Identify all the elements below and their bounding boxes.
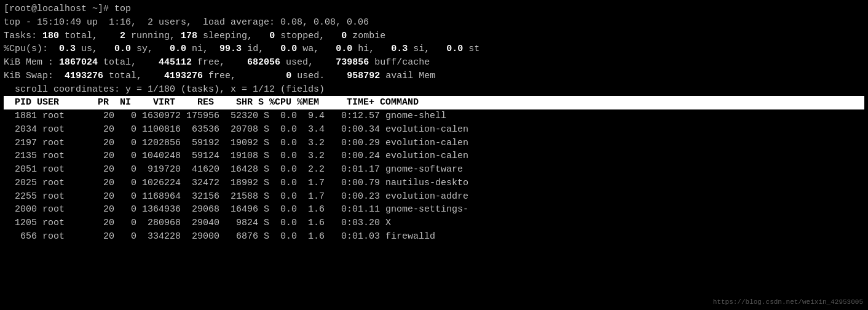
table-row: 2000 root 20 0 1364936 29068 16496 S 0.0… — [4, 203, 864, 217]
cpu-ni: 0.0 — [170, 44, 186, 54]
scroll-line: scroll coordinates: y = 1/180 (tasks), x… — [4, 83, 864, 97]
process-table: 1881 root 20 0 1630972 175956 52320 S 0.… — [4, 109, 864, 244]
watermark: https://blog.csdn.net/weixin_42953005 — [713, 298, 863, 308]
table-row: 2197 root 20 0 1202856 59192 19092 S 0.0… — [4, 137, 864, 150]
cpu-si: 0.3 — [391, 44, 408, 54]
swap-line: KiB Swap: 4193276 total, 4193276 free, 0… — [4, 70, 864, 83]
tasks-sleeping: 178 — [181, 31, 197, 41]
tasks-line: Tasks: 180 total, 2 running, 178 sleepin… — [4, 30, 864, 43]
top-time-line: top - 15:10:49 up 1:16, 2 users, load av… — [4, 16, 864, 30]
mem-buff: 739856 — [336, 57, 369, 68]
swap-used: 0 — [286, 71, 291, 81]
table-header: PID USER PR NI VIRT RES SHR S %CPU %MEM … — [4, 96, 864, 109]
table-row: 1881 root 20 0 1630972 175956 52320 S 0.… — [4, 109, 864, 123]
table-row: 1205 root 20 0 280968 29040 9824 S 0.0 1… — [4, 217, 864, 230]
cpu-id: 99.3 — [219, 44, 242, 54]
table-row: 2025 root 20 0 1026224 32472 18992 S 0.0… — [4, 177, 864, 190]
table-row: 2255 root 20 0 1168964 32156 21588 S 0.0… — [4, 190, 864, 204]
mem-line: KiB Mem : 1867024 total, 445112 free, 68… — [4, 56, 864, 70]
table-row: 2051 root 20 0 919720 41620 16428 S 0.0 … — [4, 163, 864, 177]
mem-total: 1867024 — [59, 57, 98, 68]
mem-used: 682056 — [247, 57, 280, 68]
cpu-sy: 0.0 — [114, 44, 131, 54]
tasks-total: 180 — [42, 31, 59, 41]
swap-free: 4193276 — [164, 71, 203, 81]
tasks-zombie: 0 — [341, 31, 347, 41]
cpu-hi: 0.0 — [336, 44, 352, 54]
cpu-line: %Cpu(s): 0.3 us, 0.0 sy, 0.0 ni, 99.3 id… — [4, 42, 864, 56]
swap-total: 4193276 — [65, 71, 103, 81]
table-row: 656 root 20 0 334228 29000 6876 S 0.0 1.… — [4, 230, 864, 244]
tasks-running: 2 — [120, 31, 125, 41]
table-row: 2135 root 20 0 1040248 59124 19108 S 0.0… — [4, 149, 864, 163]
mem-free: 445112 — [159, 57, 192, 68]
table-row: 2034 root 20 0 1100816 63536 20708 S 0.0… — [4, 123, 864, 137]
cpu-wa: 0.0 — [280, 44, 297, 54]
swap-avail: 958792 — [347, 71, 380, 81]
cpu-us: 0.3 — [59, 44, 76, 54]
tasks-stopped: 0 — [269, 31, 275, 41]
prompt-line: [root@localhost ~]# top — [4, 2, 864, 16]
cpu-st: 0.0 — [446, 44, 463, 54]
